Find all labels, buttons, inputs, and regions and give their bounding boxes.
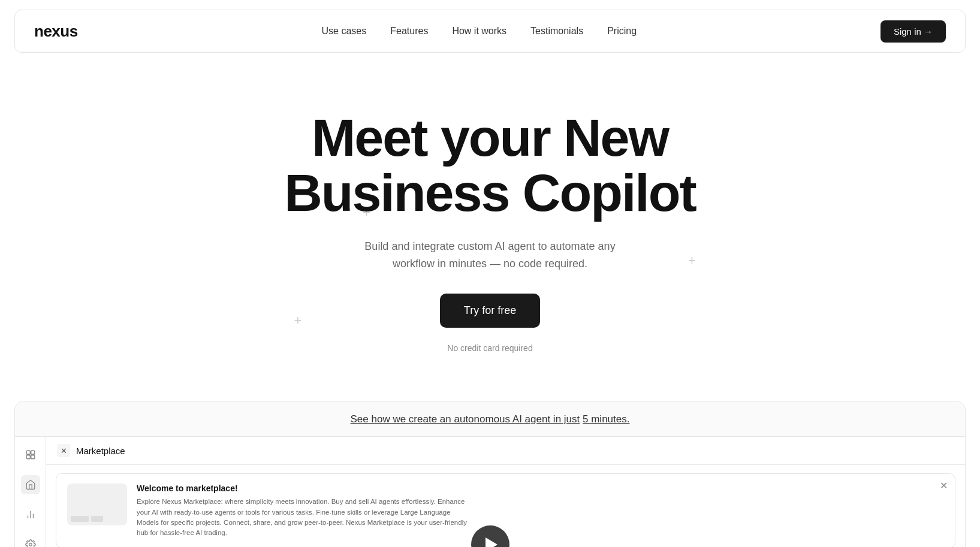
nav-link-use-cases[interactable]: Use cases	[322, 26, 367, 37]
svg-rect-2	[26, 455, 30, 459]
welcome-image-placeholder	[67, 483, 127, 525]
no-credit-card-text: No credit card required	[447, 343, 532, 353]
svg-rect-3	[31, 455, 34, 459]
hero-heading: Meet your New Business Copilot	[221, 110, 760, 221]
hero-subtext: Build and integrate custom AI agent to a…	[358, 238, 622, 273]
video-section: See how we create an autonomous AI agent…	[14, 401, 966, 547]
video-banner-link[interactable]: 5 minutes.	[583, 413, 629, 425]
play-icon	[486, 537, 497, 547]
welcome-body: Explore Nexus Marketplace: where simplic…	[137, 497, 472, 538]
svg-rect-0	[26, 451, 30, 455]
svg-point-7	[29, 543, 32, 546]
try-for-free-button[interactable]: Try for free	[440, 294, 540, 328]
mock-close-button[interactable]: ✕	[57, 444, 70, 457]
nav-links: Use cases Features How it works Testimon…	[322, 26, 637, 37]
welcome-text: Welcome to marketplace! Explore Nexus Ma…	[137, 483, 472, 538]
img-bar-2	[91, 516, 103, 522]
video-banner: See how we create an autonomous AI agent…	[15, 401, 965, 437]
welcome-card-close[interactable]: ✕	[940, 480, 948, 491]
welcome-title: Welcome to marketplace!	[137, 483, 472, 493]
mock-topbar: ✕ Marketplace	[46, 437, 965, 465]
nav-link-pricing[interactable]: Pricing	[607, 26, 637, 37]
mock-main: ✕ Marketplace Welcome to marketplace! Ex…	[46, 437, 965, 547]
mock-app: ✕ Marketplace Welcome to marketplace! Ex…	[15, 437, 965, 547]
sidebar-icon-marketplace[interactable]	[21, 475, 40, 494]
hero-cta-group: Try for free No credit card required	[12, 294, 968, 353]
nav-link-how-it-works[interactable]: How it works	[452, 26, 506, 37]
sidebar-icon-chart[interactable]	[21, 505, 40, 524]
navbar: nexus Use cases Features How it works Te…	[14, 10, 966, 53]
nav-link-testimonials[interactable]: Testimonials	[530, 26, 583, 37]
sidebar-icon-home[interactable]	[21, 445, 40, 464]
mock-sidebar	[15, 437, 46, 547]
svg-rect-1	[31, 451, 34, 455]
mock-topbar-title: Marketplace	[76, 446, 125, 456]
nav-link-features[interactable]: Features	[390, 26, 428, 37]
logo[interactable]: nexus	[34, 22, 78, 41]
hero-section: + + + Meet your New Business Copilot Bui…	[0, 62, 980, 377]
img-bar-1	[71, 516, 89, 522]
sidebar-icon-settings[interactable]	[21, 535, 40, 547]
sign-in-button[interactable]: Sign in →	[881, 20, 946, 43]
